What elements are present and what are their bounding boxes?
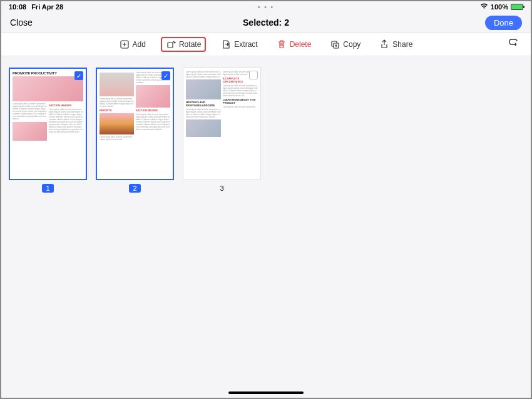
page-thumbnail[interactable]: Lorem ipsum dolor sit amet consectetur a… [96, 68, 174, 180]
header: Close Selected: 2 Done [1, 13, 531, 33]
page-thumbnail[interactable]: Lorem ipsum dolor sit amet consectetur a… [183, 68, 261, 180]
thumb-image [136, 85, 170, 108]
thumb-text: Lorem ipsum dolor sit amet consectetur a… [186, 108, 221, 118]
thumb-title: PROMOTE PRODUCTIVITY [13, 71, 83, 75]
thumb-heading: MEETINGS AND RESPONSES AND DATA [186, 101, 221, 107]
status-dots: • • • [258, 4, 274, 11]
thumb-text: Lorem ipsum dolor sit amet consectetur a… [186, 71, 221, 78]
add-icon [120, 39, 130, 49]
status-date: Fri Apr 28 [31, 3, 63, 11]
thumb-text: Lorem ipsum dolor sit amet consectetur a… [136, 113, 170, 131]
rotate-label: Rotate [179, 40, 201, 49]
thumb-text: Lorem ipsum dolor sit amet consectetur [223, 106, 258, 108]
extract-button[interactable]: Extract [217, 37, 261, 52]
copy-icon [330, 39, 340, 49]
page-number: 2 [129, 184, 140, 193]
thumb-image [13, 122, 47, 141]
copy-button[interactable]: Copy [326, 37, 364, 52]
trash-icon [277, 39, 287, 49]
page-item-2[interactable]: Lorem ipsum dolor sit amet consectetur a… [96, 68, 174, 193]
page-number: 1 [42, 184, 53, 193]
delete-label: Delete [290, 40, 312, 49]
status-time: 10:08 [9, 3, 26, 11]
thumb-image [100, 113, 134, 134]
done-button[interactable]: Done [485, 16, 522, 30]
thumb-text: Lorem ipsum dolor sit amet consectetur a… [100, 136, 134, 141]
thumb-image [186, 119, 221, 137]
thumb-text: Lorem ipsum dolor sit amet consectetur a… [13, 103, 47, 120]
page-thumbnail[interactable]: PROMOTE PRODUCTIVITY Lorem ipsum dolor s… [9, 68, 87, 180]
svg-rect-1 [168, 43, 173, 48]
add-button[interactable]: Add [116, 37, 150, 52]
checkbox-checked-icon[interactable]: ✓ [74, 71, 83, 80]
thumb-text: Lorem ipsum dolor sit amet consectetur a… [100, 98, 134, 108]
thumb-heading: REPORTS [100, 109, 134, 112]
thumb-heading: LEARN MORE ABOUT THIS PRODUCT [223, 98, 258, 104]
share-button[interactable]: Share [376, 37, 416, 52]
extract-label: Extract [234, 40, 257, 49]
share-icon [379, 39, 389, 49]
close-button[interactable]: Close [10, 18, 33, 28]
page-number: 3 [216, 184, 227, 193]
home-indicator[interactable] [228, 391, 304, 394]
checkbox-checked-icon[interactable]: ✓ [161, 71, 170, 80]
checkbox-unchecked-icon[interactable] [249, 71, 258, 79]
thumb-text: Lorem ipsum dolor sit amet consectetur a… [49, 108, 83, 133]
page-item-1[interactable]: PROMOTE PRODUCTIVITY Lorem ipsum dolor s… [9, 68, 87, 193]
rotate-icon [166, 39, 176, 49]
thumb-heading: SECTION REVIEW [136, 109, 170, 112]
thumb-image [100, 73, 134, 96]
page-grid: PROMOTE PRODUCTIVITY Lorem ipsum dolor s… [1, 56, 531, 204]
battery-icon [511, 4, 523, 10]
thumb-heading: SECTION HEADER [49, 104, 83, 107]
undo-icon [508, 38, 519, 49]
delete-button[interactable]: Delete [273, 37, 315, 52]
extract-icon [221, 39, 231, 49]
page-item-3[interactable]: Lorem ipsum dolor sit amet consectetur a… [183, 68, 261, 193]
copy-label: Copy [343, 40, 361, 49]
undo-button[interactable] [508, 38, 519, 51]
toolbar: Add Rotate Extract Delete Copy [1, 33, 531, 56]
thumb-text: Lorem ipsum dolor sit amet consectetur a… [223, 84, 258, 97]
status-bar: 10:08 Fri Apr 28 • • • 100% [1, 1, 531, 13]
battery-percent: 100% [491, 3, 508, 11]
thumb-image [13, 76, 83, 101]
page-title: Selected: 2 [243, 18, 289, 28]
thumb-image [186, 79, 221, 99]
rotate-button[interactable]: Rotate [161, 37, 206, 52]
wifi-icon [480, 3, 488, 11]
add-label: Add [133, 40, 146, 49]
share-label: Share [392, 40, 412, 49]
